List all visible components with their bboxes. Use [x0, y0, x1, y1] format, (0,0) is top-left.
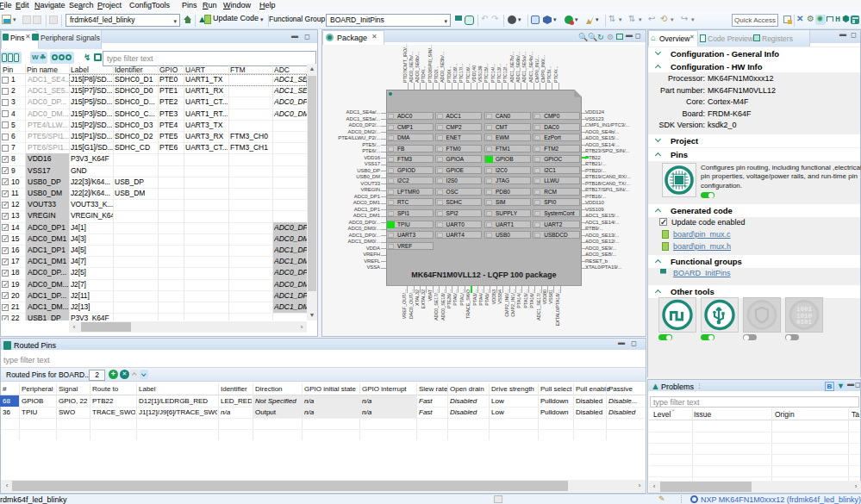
svg-text:0101: 0101 — [796, 319, 813, 326]
